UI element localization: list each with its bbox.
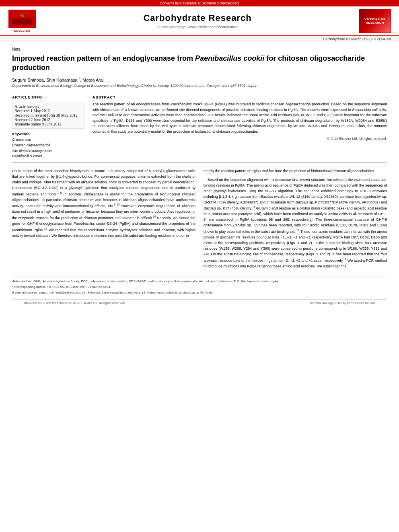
journal-logo-text: CarbohydrateRESEARCH — [364, 17, 385, 25]
elsevier-logo-box: 🌿 — [8, 10, 36, 28]
main-content: Note Improved reaction pattern of an end… — [0, 42, 399, 311]
body-left-col: Chitin is one of the most abundant biopo… — [12, 168, 195, 273]
sciverse-text: Contents lists available at — [160, 1, 202, 5]
bottom-bar: 0008-6215/$ – see front matter © 2012 El… — [12, 299, 387, 306]
article-info-col: ARTICLE INFO Article history: Received 1… — [12, 95, 84, 159]
fn-abbrev-text: GHF, glycoside hydrolase family; PCR, po… — [33, 279, 279, 283]
abstract-col: ABSTRACT The reaction pattern of an endo… — [93, 95, 387, 159]
keywords-label: Keywords: — [12, 132, 84, 136]
article-title: Improved reaction pattern of an endoglyc… — [12, 54, 387, 73]
article-info-abstract-section: ARTICLE INFO Article history: Received 1… — [12, 95, 387, 159]
abstract-label: ABSTRACT — [93, 95, 387, 99]
keywords-block: Keywords: Chitosanase Chitosan oligosacc… — [12, 132, 84, 159]
journal-logo-right: CarbohydrateRESEARCH — [359, 9, 391, 33]
keyword-4: Paenibacillus cookii — [12, 154, 84, 159]
received-revised-date: Received in revised form 30 May 2012 — [14, 113, 82, 117]
received-date: Received 1 May 2012 — [14, 109, 82, 113]
keyword-2: Chitosan oligosaccharide — [12, 143, 84, 148]
authors: Suguru Shinoda, Shin Kanamasa *, Motoo A… — [12, 77, 387, 82]
journal-name: Carbohydrate Research — [36, 13, 359, 23]
article-history-block: Article history: Received 1 May 2012 Rec… — [12, 102, 84, 129]
abstract-text: The reaction pattern of an endoglycanase… — [93, 102, 387, 134]
copyright: © 2012 Elsevier Ltd. All rights reserved… — [93, 137, 387, 141]
fn-email-label: E-mail addresses: — [12, 291, 39, 294]
keyword-3: Site-directed mutagenesis — [12, 148, 84, 154]
fn-abbrev-label: Abbreviations: — [12, 279, 33, 283]
fn-emails: E-mail addresses: suguru_shinoda@yahoo.c… — [12, 290, 387, 295]
body-para-3: Based on the sequence alignment with chi… — [204, 177, 387, 269]
fn-corresponding: * Corresponding author. Tel.: +81 568 51… — [12, 285, 387, 290]
body-section: Chitin is one of the most abundant biopo… — [12, 168, 387, 273]
fn-email-text: suguru_shinoda@yahoo.co.jp (S. Shinoda),… — [39, 291, 213, 294]
divider-2 — [12, 162, 387, 163]
journal-header: 🌿 ELSEVIER Carbohydrate Research journal… — [0, 6, 399, 36]
fn-abbreviations: Abbreviations: GHF, glycoside hydrolase … — [12, 279, 387, 284]
affiliation: Department of Environmental Biology, Col… — [12, 84, 387, 88]
article-info-bar: Carbohydrate Research 359 (2012) 54–58 — [0, 36, 399, 42]
body-para-1: Chitin is one of the most abundant biopo… — [12, 168, 195, 239]
note-label: Note — [12, 47, 387, 51]
divider-1 — [12, 92, 387, 92]
sciverse-bar: Contents lists available at SciVerse Sci… — [0, 0, 399, 6]
elsevier-logo: 🌿 ELSEVIER — [8, 10, 36, 33]
keywords-list: Chitosanase Chitosan oligosaccharide Sit… — [12, 137, 84, 159]
journal-title-block: Carbohydrate Research journal homepage: … — [36, 13, 359, 29]
article-info-label: ARTICLE INFO — [12, 95, 84, 99]
doi-text: http://dx.doi.org/10.1016/j.carres.2012.… — [310, 301, 375, 305]
issn-text: 0008-6215/$ – see front matter © 2012 El… — [24, 301, 125, 305]
keyword-1: Chitosanase — [12, 137, 84, 143]
page: Contents lists available at SciVerse Sci… — [0, 0, 399, 532]
body-para-2: modify the reaction pattern of Pgl8A and… — [204, 168, 387, 174]
journal-homepage: journal homepage: www.elsevier.com/locat… — [36, 25, 359, 29]
elsevier-text: ELSEVIER — [14, 29, 30, 33]
body-right-col: modify the reaction pattern of Pgl8A and… — [204, 168, 387, 273]
sciverse-link[interactable]: SciVerse ScienceDirect — [202, 1, 240, 5]
available-online-date: Available online 9 June 2012 — [14, 122, 82, 126]
footnotes: Abbreviations: GHF, glycoside hydrolase … — [12, 277, 387, 295]
svg-text:🌿: 🌿 — [20, 13, 24, 17]
svg-rect-2 — [12, 18, 32, 25]
accepted-date: Accepted 2 June 2012 — [14, 117, 82, 122]
history-label: Article history: — [14, 104, 82, 109]
